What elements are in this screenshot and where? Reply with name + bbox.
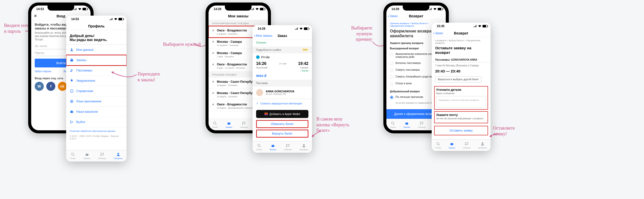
tab-search[interactable]: Поиск <box>70 152 76 160</box>
passengers-label: Пассажиры: GONCHAROVA ANNA <box>432 57 491 62</box>
svg-rect-4 <box>76 8 76 10</box>
wallet-label: Добавить в Apple Wallet <box>269 112 300 115</box>
download-label: Скачать маршрутные квитанции <box>260 102 302 105</box>
tab-orders[interactable]: Заказы <box>84 152 90 160</box>
tab-orders[interactable]: Заказы <box>449 142 455 149</box>
wifi-icon <box>433 8 437 10</box>
greeting-glad: Мы рады вас видеть. <box>70 38 123 42</box>
back-button[interactable]: ‹Заказ <box>388 14 398 18</box>
overlay-return-request: 15:35 ‹Заказ Возврат к возврата > Выбор … <box>432 23 491 151</box>
forgot-link[interactable]: Забыл пароль <box>35 70 51 73</box>
trip-route: Москва - Санкт-Петербург <box>217 80 256 84</box>
tab-orders[interactable]: Заказы <box>226 121 232 128</box>
menu-logout[interactable]: Выйти <box>66 117 127 127</box>
exchange-button[interactable]: Обменять билет <box>256 120 308 128</box>
people-icon <box>70 68 74 72</box>
plane-icon: ✈ <box>212 52 214 55</box>
svg-point-20 <box>117 153 119 154</box>
copyright: © 2017 – 2020, ООО «Глобус Медиа» · Верс… <box>66 135 127 142</box>
details-title: Уточните детали <box>436 88 486 92</box>
wifi-icon <box>255 8 259 10</box>
annotation-leave-request: Оставляете заявку! <box>493 125 515 137</box>
menu-my-data[interactable]: Мои данные <box>66 45 127 55</box>
ok-button[interactable]: ok <box>58 82 67 91</box>
menu-notifications[interactable]: Уведомления <box>66 76 127 86</box>
svg-rect-2 <box>74 9 75 10</box>
svg-rect-1 <box>73 10 74 10</box>
menu-orders[interactable]: Заказы <box>66 55 127 65</box>
tab-help[interactable]: Помощь <box>418 121 426 128</box>
tab-profile[interactable]: Профиль <box>478 142 487 149</box>
menu-help[interactable]: i Справочная <box>66 86 127 96</box>
tab-orders[interactable]: Заказы <box>270 143 276 151</box>
tab-label: Помощь <box>418 126 426 128</box>
svg-rect-40 <box>430 9 430 10</box>
svg-point-52 <box>482 142 483 144</box>
tab-label: Поиск <box>256 148 262 151</box>
submit-button[interactable]: Оставить заявку <box>434 126 488 135</box>
passenger-row[interactable]: ANNA GONCHAROVA29 лет. Паспорт РФ <box>253 87 312 99</box>
passenger-meta: 29 лет. Паспорт РФ <box>266 93 294 95</box>
svg-rect-24 <box>252 9 252 10</box>
tab-help[interactable]: Помощь <box>240 121 248 128</box>
svg-rect-33 <box>297 27 298 30</box>
close-icon[interactable]: ✕ <box>34 14 37 18</box>
tab-label: Профиль <box>114 157 123 160</box>
tab-help[interactable]: Помощь <box>98 152 106 160</box>
choose-other-button[interactable]: Вернуться и выбрать другой билет <box>435 76 481 83</box>
svg-rect-10 <box>70 59 73 61</box>
battery-icon <box>118 18 124 20</box>
tab-profile[interactable]: Профиль <box>299 143 308 151</box>
tab-label: Профиль <box>299 148 308 151</box>
svg-rect-19 <box>86 154 88 156</box>
svg-rect-39 <box>429 10 429 10</box>
svg-rect-5 <box>109 20 110 20</box>
trip-meta: 14 апреля · Оплачен <box>217 44 242 47</box>
svg-rect-35 <box>272 145 274 147</box>
menu-passengers[interactable]: Пассажиры <box>66 65 127 76</box>
fb-button[interactable]: f <box>46 82 55 91</box>
signal-icon <box>109 18 113 20</box>
tab-search[interactable]: Поиск <box>212 121 218 128</box>
globe-icon <box>70 99 74 103</box>
menu-vacancies[interactable]: Наши вакансии <box>66 107 127 117</box>
tab-help[interactable]: Помощь <box>284 143 292 151</box>
back-button[interactable]: ‹Заказ <box>433 31 443 35</box>
status-time: 14:53 <box>36 7 44 11</box>
tab-search[interactable]: Поиск <box>390 121 396 128</box>
tab-orders[interactable]: Заказы <box>404 121 410 128</box>
tab-label: Заказы <box>226 126 232 128</box>
tab-label: Заказы <box>84 157 90 160</box>
svg-point-27 <box>214 122 216 124</box>
tab-label: Поиск <box>212 126 218 128</box>
tab-search[interactable]: Поиск <box>435 142 441 149</box>
annotation-return-btn: В самом низу кнопка «Вернуть билет» <box>316 116 349 133</box>
trip-meta: 18 марта · Оплачен <box>217 95 256 98</box>
svg-rect-51 <box>451 143 453 145</box>
svg-point-9 <box>71 49 72 50</box>
tab-label: Профиль <box>478 147 487 149</box>
details-textarea[interactable]: Например, уточните причину возврата <box>436 96 486 108</box>
svg-rect-30 <box>295 29 295 30</box>
wallet-button[interactable]: Добавить в Apple Wallet <box>256 110 308 118</box>
nav-title: Заказ <box>277 34 287 38</box>
menu-language[interactable]: Язык приложения <box>66 96 127 107</box>
plane-icon: ✈ <box>212 92 214 95</box>
return-button[interactable]: Вернуть билет <box>256 130 308 138</box>
vk-button[interactable]: W <box>35 82 44 91</box>
svg-rect-41 <box>430 9 431 10</box>
tab-help[interactable]: Помощь <box>463 142 471 149</box>
back-button[interactable]: ‹Мои заказы <box>254 33 272 38</box>
email-title: Укажите почту <box>436 113 486 117</box>
svg-rect-44 <box>406 123 408 125</box>
privacy-link[interactable]: Политика обработки персональных данных <box>66 127 127 135</box>
download-link[interactable]: ⤓ Скачать маршрутные квитанции <box>253 99 312 107</box>
email-sub: На нее мы вышлем информацию о возврате <box>436 117 486 120</box>
tab-search[interactable]: Поиск <box>256 143 262 151</box>
battery-icon <box>83 8 88 10</box>
svg-rect-26 <box>253 8 254 10</box>
tab-profile[interactable]: Профиль <box>114 152 123 160</box>
wifi-icon <box>114 18 117 20</box>
download-icon: ⤓ <box>256 102 258 105</box>
battery-icon <box>482 25 488 27</box>
